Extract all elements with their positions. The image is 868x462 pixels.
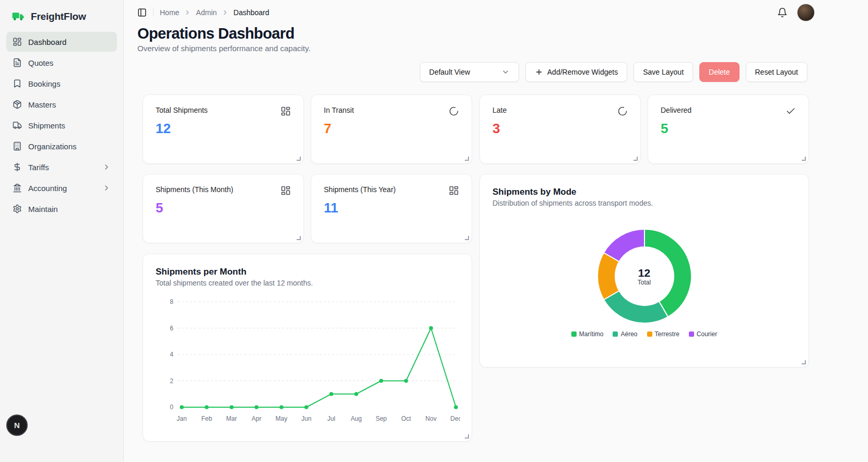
check-icon bbox=[785, 106, 796, 116]
sidebar-item-label: Maintain bbox=[28, 205, 58, 214]
resize-handle[interactable] bbox=[802, 360, 806, 364]
stat-card-shipments-this-month[interactable]: Shipments (This Month)5 bbox=[143, 174, 304, 243]
chevron-right-icon bbox=[221, 9, 229, 16]
svg-text:6: 6 bbox=[170, 325, 173, 332]
line-chart-svg: 02468JanFebMarAprMayJunJulAugSepOctNovDe… bbox=[156, 291, 460, 428]
svg-text:0: 0 bbox=[170, 404, 173, 411]
plus-icon bbox=[535, 68, 543, 76]
dollar-icon bbox=[13, 162, 22, 172]
package-icon bbox=[13, 100, 22, 109]
stat-title: Delivered bbox=[661, 106, 691, 114]
sidebar-item-accounting[interactable]: Accounting bbox=[6, 178, 117, 198]
stat-value: 3 bbox=[492, 121, 628, 137]
shipments-per-month-card[interactable]: Shipments per Month Total shipments crea… bbox=[143, 254, 472, 442]
gear-icon bbox=[13, 204, 22, 214]
stat-card-late[interactable]: Late3 bbox=[479, 94, 641, 164]
breadcrumb-item-dashboard: Dashboard bbox=[233, 8, 269, 17]
stat-value: 12 bbox=[156, 121, 291, 137]
stat-value: 7 bbox=[324, 121, 459, 137]
topbar-right bbox=[777, 4, 815, 21]
svg-text:Jul: Jul bbox=[327, 415, 335, 422]
month-card-title: Shipments per Month bbox=[156, 267, 459, 277]
quotes-icon bbox=[13, 58, 22, 67]
topbar-divider bbox=[153, 8, 154, 17]
user-avatar[interactable] bbox=[797, 4, 815, 21]
resize-handle[interactable] bbox=[297, 157, 301, 161]
resize-handle[interactable] bbox=[465, 157, 469, 161]
sidebar-item-bookings[interactable]: Bookings bbox=[6, 74, 117, 93]
sidebar-item-masters[interactable]: Masters bbox=[6, 94, 117, 114]
svg-text:2: 2 bbox=[170, 377, 173, 385]
mode-card-title: Shipments by Mode bbox=[492, 187, 796, 197]
stat-title: Shipments (This Month) bbox=[156, 185, 233, 194]
stat-card-shipments-this-year[interactable]: Shipments (This Year)11 bbox=[311, 174, 472, 243]
sidebar-item-label: Masters bbox=[28, 100, 56, 109]
view-select-value: Default View bbox=[429, 68, 470, 76]
donut-chart-svg bbox=[587, 228, 702, 324]
topbar: HomeAdminDashboard bbox=[124, 0, 868, 20]
svg-text:8: 8 bbox=[170, 298, 173, 305]
add-remove-widgets-label: Add/Remove Widgets bbox=[547, 68, 618, 76]
truck-logo-icon bbox=[11, 9, 26, 23]
svg-text:Nov: Nov bbox=[426, 415, 437, 422]
sidebar-item-label: Quotes bbox=[28, 58, 53, 67]
sidebar-item-organizations[interactable]: Organizations bbox=[6, 136, 117, 156]
breadcrumb-item-admin[interactable]: Admin bbox=[196, 8, 217, 17]
legend-swatch bbox=[647, 331, 652, 337]
sidebar-item-maintain[interactable]: Maintain bbox=[6, 199, 117, 219]
stat-value: 11 bbox=[324, 200, 459, 216]
sidebar-item-shipments[interactable]: Shipments bbox=[6, 115, 117, 135]
view-select[interactable]: Default View bbox=[420, 62, 519, 82]
sidebar-item-tariffs[interactable]: Tariffs bbox=[6, 157, 117, 177]
stat-card-delivered[interactable]: Delivered5 bbox=[648, 94, 809, 164]
sidebar-item-label: Tariffs bbox=[28, 163, 49, 172]
add-remove-widgets-button[interactable]: Add/Remove Widgets bbox=[525, 62, 627, 82]
loader-icon bbox=[449, 106, 459, 116]
donut-chart: 12 Total bbox=[587, 228, 702, 324]
grid-icon bbox=[449, 185, 459, 196]
app-title: FreightFlow bbox=[31, 11, 86, 22]
stat-value: 5 bbox=[156, 200, 291, 216]
shipments-by-mode-card[interactable]: Shipments by Mode Distribution of shipme… bbox=[479, 174, 809, 368]
widgets-grid: Shipments by Mode Distribution of shipme… bbox=[143, 94, 809, 445]
stat-card-in-transit[interactable]: In Transit7 bbox=[311, 94, 472, 164]
mode-card-subtitle: Distribution of shipments across transpo… bbox=[492, 199, 796, 207]
app-root: FreightFlow DashboardQuotesBookingsMaste… bbox=[0, 0, 868, 462]
stat-title: Shipments (This Year) bbox=[324, 185, 396, 194]
delete-button[interactable]: Delete bbox=[699, 62, 739, 82]
breadcrumb-item-home[interactable]: Home bbox=[160, 8, 179, 17]
svg-text:Aug: Aug bbox=[350, 415, 361, 422]
sidebar-toggle-icon[interactable] bbox=[137, 8, 147, 17]
dev-tools-button[interactable]: N bbox=[6, 414, 28, 436]
sidebar-item-dashboard[interactable]: Dashboard bbox=[6, 32, 117, 52]
legend-swatch bbox=[613, 331, 618, 337]
dev-tools-letter: N bbox=[14, 421, 20, 430]
bell-icon[interactable] bbox=[777, 7, 788, 18]
resize-handle[interactable] bbox=[802, 157, 806, 161]
sidebar-item-label: Organizations bbox=[28, 142, 77, 151]
reset-layout-button[interactable]: Reset Layout bbox=[746, 62, 808, 82]
sidebar-item-label: Bookings bbox=[28, 79, 61, 88]
resize-handle[interactable] bbox=[634, 157, 638, 161]
save-layout-button[interactable]: Save Layout bbox=[634, 62, 693, 82]
breadcrumb: HomeAdminDashboard bbox=[160, 8, 269, 17]
resize-handle[interactable] bbox=[465, 236, 469, 240]
sidebar: FreightFlow DashboardQuotesBookingsMaste… bbox=[0, 0, 124, 462]
legend-label: Aéreo bbox=[620, 330, 637, 338]
resize-handle[interactable] bbox=[465, 434, 469, 439]
sidebar-item-label: Dashboard bbox=[28, 38, 66, 46]
svg-text:4: 4 bbox=[170, 351, 173, 358]
resize-handle[interactable] bbox=[297, 236, 301, 240]
page-subtitle: Overview of shipments performance and ca… bbox=[124, 44, 868, 53]
sidebar-item-quotes[interactable]: Quotes bbox=[6, 53, 117, 73]
legend-item-courier: Courier bbox=[689, 330, 717, 338]
legend-label: Courier bbox=[697, 330, 717, 338]
chevron-right-icon bbox=[184, 9, 191, 16]
legend-item-terrestre: Terrestre bbox=[647, 330, 679, 338]
chevron-right-icon bbox=[102, 184, 111, 192]
sidebar-item-label: Shipments bbox=[28, 121, 65, 130]
svg-text:Feb: Feb bbox=[201, 415, 212, 422]
chevron-right-icon bbox=[102, 163, 111, 171]
stat-title: Total Shipments bbox=[156, 106, 208, 114]
stat-card-total-shipments[interactable]: Total Shipments12 bbox=[143, 94, 304, 164]
